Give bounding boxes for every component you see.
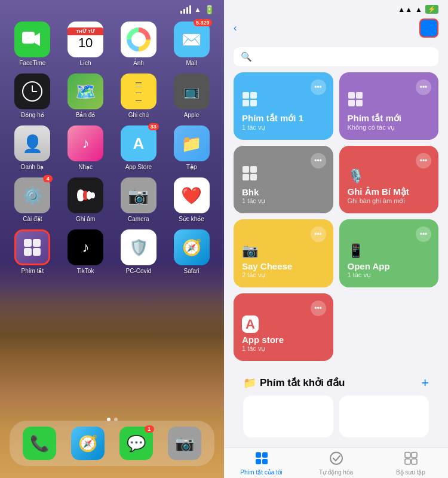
settings-icon: ⚙️4	[14, 177, 50, 213]
svg-rect-8	[33, 248, 41, 256]
card-menu-openapp[interactable]: •••	[416, 226, 431, 242]
shortcut-card-saycheese[interactable]: ••• 📷 Say Cheese 2 tác vụ	[234, 219, 333, 287]
health-icon: ❤️	[174, 177, 210, 213]
add-shortcut-button[interactable]	[419, 19, 438, 38]
card-icon-saycheese: 📷	[242, 243, 325, 259]
mail-icon: ✉️5.329	[174, 22, 210, 57]
app-files[interactable]: 📁Tệp	[168, 125, 214, 170]
wifi-right: ▲	[415, 5, 422, 14]
app-voicememo[interactable]: Ghi âm	[63, 177, 109, 222]
safari-label: Safari	[184, 268, 200, 274]
back-button[interactable]: ‹	[234, 23, 238, 33]
shortcuts-grid: ••• Phím tắt mới 1 1 tác vụ ••• Phím tắt…	[224, 72, 448, 448]
card-menu-secret[interactable]: •••	[416, 153, 431, 168]
card-subtitle-saycheese: 2 tác vụ	[242, 271, 325, 279]
app-music[interactable]: ♪Nhạc	[63, 125, 109, 170]
tab-label-automation: Tự động hóa	[319, 469, 353, 476]
shortcut-card-appstore[interactable]: ••• A App store 1 tác vụ	[234, 293, 333, 361]
contacts-label: Danh bạ	[21, 164, 44, 170]
svg-rect-6	[33, 239, 41, 247]
shortcut-card-secret[interactable]: ••• 🎙️ Ghi Âm Bí Mật Ghi bàn ghi âm mới	[339, 146, 439, 213]
camera-icon: 📷	[121, 177, 157, 213]
svg-rect-14	[356, 92, 363, 99]
tab-my-shortcuts[interactable]: Phím tắt của tôi	[224, 452, 299, 476]
card-menu-new2[interactable]: •••	[416, 79, 431, 95]
calendar-label: Lịch	[80, 60, 91, 66]
app-camera[interactable]: 📷Camera	[116, 177, 162, 222]
settings-label: Cài đặt	[23, 216, 42, 222]
svg-rect-23	[256, 459, 261, 464]
dock-messages[interactable]: 💬1	[119, 427, 153, 460]
notes-icon: ———	[121, 73, 157, 109]
app-photos[interactable]: Ảnh	[116, 22, 162, 66]
app-maps[interactable]: 🗺️Bản đồ	[63, 73, 109, 118]
svg-rect-20	[250, 174, 257, 180]
svg-rect-28	[405, 459, 410, 464]
shortcuts-icon	[14, 229, 50, 265]
clock-icon	[14, 73, 50, 109]
app-apple[interactable]: 📺Apple	[168, 73, 214, 118]
app-pccovid[interactable]: 🛡️PC-Covid	[116, 229, 162, 274]
safari-icon: 🧭	[174, 229, 210, 265]
app-notes[interactable]: ———Ghi chú	[116, 73, 162, 118]
app-calendar[interactable]: THỨ TƯ10Lịch	[63, 22, 109, 66]
page-title	[224, 42, 448, 47]
svg-rect-17	[243, 166, 249, 173]
app-shortcuts[interactable]: Phím tắt	[10, 229, 56, 274]
card-icon-appstore: A	[242, 317, 325, 332]
tab-icon-my-shortcuts	[255, 452, 268, 468]
starter-card-1[interactable]	[243, 396, 333, 437]
tab-gallery[interactable]: Bộ sưu tập	[373, 452, 448, 476]
app-facetime[interactable]: FaceTime	[10, 22, 56, 66]
svg-rect-9	[243, 92, 249, 99]
status-icons-right: ▲▲ ▲ ⚡	[398, 5, 438, 14]
svg-rect-7	[24, 248, 32, 256]
right-nav: ‹	[224, 16, 448, 42]
card-menu-bhk[interactable]: •••	[311, 153, 326, 168]
section-plus-button[interactable]: +	[421, 375, 429, 391]
svg-rect-22	[262, 452, 268, 458]
card-icon-secret: 🎙️	[348, 168, 431, 184]
app-clock[interactable]: Đồng hồ	[10, 73, 56, 118]
starter-card-2[interactable]	[339, 396, 429, 437]
files-icon: 📁	[174, 125, 210, 161]
card-subtitle-new1: 1 tác vụ	[242, 124, 325, 131]
section-starter-wrap: 📁 Phím tắt khởi đầu +	[234, 367, 438, 448]
app-safari[interactable]: 🧭Safari	[168, 229, 214, 274]
app-health[interactable]: ❤️Sức khỏe	[168, 177, 214, 222]
tab-label-my-shortcuts: Phím tắt của tôi	[240, 469, 282, 476]
appstore-icon: A33	[121, 125, 157, 161]
status-bar-right: ▲▲ ▲ ⚡	[224, 0, 448, 16]
dock-phone[interactable]: 📞	[23, 427, 56, 460]
card-icon-new1	[242, 91, 325, 111]
facetime-label: FaceTime	[19, 60, 45, 66]
card-title-saycheese: Say Cheese	[242, 261, 325, 271]
voicememo-label: Ghi âm	[76, 216, 95, 222]
facetime-icon	[14, 22, 50, 57]
tab-icon-gallery	[404, 452, 418, 468]
app-appstore[interactable]: A33App Store	[116, 125, 162, 170]
shortcut-card-openapp[interactable]: ••• 📱 Open App 1 tác vụ	[339, 219, 439, 287]
notes-label: Ghi chú	[128, 112, 149, 118]
dock-camera-dock[interactable]: 📷	[168, 427, 201, 460]
app-mail[interactable]: ✉️5.329Mail	[168, 22, 214, 66]
card-subtitle-appstore: 1 tác vụ	[242, 345, 325, 353]
music-label: Nhạc	[78, 164, 93, 170]
search-bar[interactable]: 🔍	[234, 47, 438, 66]
app-tiktok[interactable]: ♪TikTok	[63, 229, 109, 274]
card-menu-saycheese[interactable]: •••	[311, 226, 326, 242]
shortcut-card-new1[interactable]: ••• Phím tắt mới 1 1 tác vụ	[234, 72, 333, 140]
card-menu-appstore[interactable]: •••	[311, 301, 326, 316]
app-settings[interactable]: ⚙️4Cài đặt	[10, 177, 56, 222]
tab-automation[interactable]: Tự động hóa	[299, 452, 373, 476]
app-contacts[interactable]: 👤Danh bạ	[10, 125, 56, 170]
maps-label: Bản đồ	[76, 112, 96, 118]
dock-safari-dock[interactable]: 🧭	[71, 427, 105, 460]
shortcut-card-new2[interactable]: ••• Phím tắt mới Không có tác vụ	[339, 72, 439, 140]
card-subtitle-secret: Ghi bàn ghi âm mới	[348, 197, 431, 205]
photos-icon	[121, 22, 157, 57]
card-menu-new1[interactable]: •••	[311, 79, 326, 95]
shortcut-card-bhk[interactable]: ••• Bhk 1 tác vụ	[234, 146, 333, 213]
svg-rect-26	[405, 452, 410, 458]
health-label: Sức khỏe	[179, 216, 204, 222]
